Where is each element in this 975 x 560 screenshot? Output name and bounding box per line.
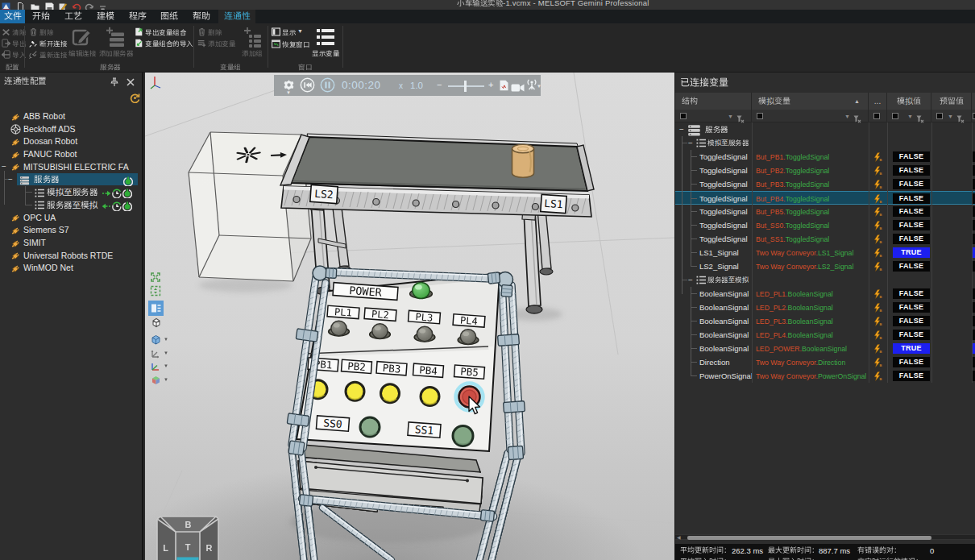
filter-cell[interactable]: ▼ xyxy=(752,110,869,122)
nav-cube-back-face[interactable]: B xyxy=(185,520,192,529)
sidebar-item-doosan-robot[interactable]: Doosan Robot xyxy=(0,135,143,147)
dropdown-caret-icon[interactable]: ▼ xyxy=(164,337,168,342)
cylinder-workpiece[interactable] xyxy=(512,144,534,177)
tab-1[interactable] xyxy=(27,10,56,23)
variable-row[interactable]: ToggledSignalBut_PB2.ToggledSignalBFALSE xyxy=(675,164,975,177)
sim-value-pill[interactable]: FALSE xyxy=(893,330,930,340)
tab-4[interactable] xyxy=(123,10,152,23)
sim-value-pill[interactable]: TRUE xyxy=(893,247,930,258)
refresh-connections-button[interactable] xyxy=(130,92,140,102)
sidebar-item-mitsubishi-electric-fa[interactable]: −MITSUBISHI ELECTRIC FA xyxy=(0,160,143,173)
tab-2[interactable] xyxy=(59,10,88,23)
sidebar-item-服务器[interactable]: − xyxy=(0,173,143,186)
close-panel-button[interactable] xyxy=(126,76,135,85)
variable-row[interactable]: PowerOnSignalTwo Way Conveyor.PowerOnSig… xyxy=(675,369,975,383)
variable-row[interactable]: LS2_SignalTwo Way Conveyor.LS2_SignalBFA… xyxy=(675,259,975,273)
3d-viewport[interactable]: LS2 LS1 POWER PL1 PL2 PL3 PL4 PB1 PB2 PB… xyxy=(145,73,674,560)
filter-clear-button[interactable] xyxy=(736,112,745,120)
axes-colored-button[interactable] xyxy=(150,360,162,372)
variable-row[interactable]: −至拟 xyxy=(675,273,975,287)
filter-mode-icon[interactable] xyxy=(873,113,880,119)
playback-record-video-button[interactable] xyxy=(511,81,525,91)
sim-value-pill[interactable]: TRUE xyxy=(893,343,930,354)
column-header-sim-variable[interactable]: 拟▲ xyxy=(752,93,869,110)
sidebar-item-universal-robots-rtde[interactable]: Universal Robots RTDE xyxy=(0,249,143,262)
nav-cube-top-face[interactable]: T xyxy=(185,542,191,552)
pin-panel-button[interactable] xyxy=(110,76,119,85)
tree-collapse-icon[interactable]: − xyxy=(688,136,695,150)
save-as-icon[interactable] xyxy=(59,0,68,9)
filter-cell[interactable]: ▼ xyxy=(931,110,972,122)
ribbon-import-variable-group-button[interactable] xyxy=(135,38,191,49)
column-header-structure[interactable] xyxy=(675,93,752,110)
tab-3[interactable] xyxy=(91,10,120,23)
app-logo-icon[interactable] xyxy=(2,0,10,9)
zoom-extents-button[interactable] xyxy=(150,272,162,284)
filter-cell[interactable]: ▼ xyxy=(887,110,931,122)
filter-caret-icon[interactable]: ▼ xyxy=(844,114,850,119)
pb3-button-yellow[interactable] xyxy=(381,384,400,403)
playback-settings-button[interactable] xyxy=(283,79,295,91)
variable-row[interactable]: ToggledSignalBut_PB3.ToggledSignalBFALSE xyxy=(675,177,975,191)
sim-value-pill[interactable]: FALSE xyxy=(893,357,930,367)
variable-row[interactable]: LS1_SignalTwo Way Conveyor.LS1_SignalBTR… xyxy=(675,246,975,259)
variable-row[interactable]: BooleanSignalLED_PL4.BooleanSignalBFALSE xyxy=(675,328,975,342)
variable-row[interactable]: ToggledSignalBut_SS0.ToggledSignalBFALSE xyxy=(675,218,975,232)
tab-6[interactable] xyxy=(187,10,216,23)
sidebar-item-服务器至模拟[interactable]: 至拟 xyxy=(0,198,143,211)
zoom-fit-button[interactable] xyxy=(150,285,162,297)
sim-value-pill[interactable]: FALSE xyxy=(893,371,930,381)
sim-value-pill[interactable]: FALSE xyxy=(893,206,930,217)
tab-0[interactable] xyxy=(0,10,25,23)
sim-value-pill[interactable]: FALSE xyxy=(893,316,930,326)
shaded-cube-button[interactable] xyxy=(150,334,162,346)
scroll-left-arrow-icon[interactable]: ◀ xyxy=(677,535,681,540)
filter-clear-button[interactable] xyxy=(956,112,965,120)
sim-value-pill[interactable]: FALSE xyxy=(893,288,930,299)
customize-dropdown-icon[interactable] xyxy=(98,0,107,9)
filter-mode-icon[interactable] xyxy=(892,113,898,119)
playback-rewind-button[interactable] xyxy=(300,77,315,93)
variable-row[interactable]: DirectionTwo Way Conveyor.DirectionBFALS… xyxy=(675,355,975,369)
axes-gray-button[interactable] xyxy=(150,347,162,359)
sim-value-pill[interactable]: FALSE xyxy=(893,179,930,189)
nav-cube-right-face[interactable]: R xyxy=(206,543,213,553)
undo-icon[interactable] xyxy=(73,0,81,9)
sim-value-pill[interactable]: FALSE xyxy=(893,234,930,244)
variable-row[interactable]: BooleanSignalLED_PL2.BooleanSignalBFALSE xyxy=(675,301,975,314)
sim-value-pill[interactable]: FALSE xyxy=(893,165,930,176)
ribbon-add-group-button[interactable] xyxy=(238,26,267,61)
variables-hscrollbar[interactable]: ◀ xyxy=(675,534,975,540)
filter-cell[interactable]: ▼ xyxy=(675,110,752,122)
sidebar-item-beckhoff-ads[interactable]: Beckhoff ADS xyxy=(0,122,143,135)
sim-value-pill[interactable]: FALSE xyxy=(893,220,930,230)
ribbon-display-button[interactable]: ▼ xyxy=(272,27,301,38)
save-icon[interactable] xyxy=(45,0,54,9)
playback-speed-minus-button[interactable]: − xyxy=(437,80,442,89)
sidebar-item-fanuc-robot[interactable]: FANUC Robot xyxy=(0,147,143,160)
variable-row[interactable]: BooleanSignalLED_PL3.BooleanSignalBFALSE xyxy=(675,314,975,328)
column-header-connection[interactable]: ... xyxy=(869,93,887,110)
sidebar-item-abb-robot[interactable]: ABB Robot xyxy=(0,110,143,122)
variable-row[interactable]: ToggledSignalBut_PB5.ToggledSignalBFALSE xyxy=(675,205,975,218)
dropdown-caret-icon[interactable]: ▼ xyxy=(164,363,168,368)
pb2-button-yellow[interactable] xyxy=(346,382,364,400)
filter-mode-icon[interactable] xyxy=(936,113,943,119)
filter-clear-button[interactable] xyxy=(853,112,861,120)
filter-caret-icon[interactable]: ▼ xyxy=(907,114,913,119)
pb4-button-yellow[interactable] xyxy=(421,388,439,406)
dropdown-caret-icon[interactable]: ▼ xyxy=(164,377,168,382)
sim-value-pill[interactable]: FALSE xyxy=(893,193,930,204)
variable-row[interactable]: BooleanSignalLED_PL1.BooleanSignalBFALSE xyxy=(675,287,975,301)
ribbon-export-variable-group-button[interactable] xyxy=(135,27,191,38)
sidebar-item-simit[interactable]: SIMIT xyxy=(0,236,143,249)
ss1-selector-button[interactable] xyxy=(453,426,473,446)
column-header-reserved-value[interactable] xyxy=(931,93,972,110)
playback-broadcast-button[interactable] xyxy=(526,79,537,90)
open-file-icon[interactable] xyxy=(31,0,39,9)
sidebar-item-模拟至服务器[interactable]: 拟至 xyxy=(0,185,143,198)
column-header-sim-value[interactable]: 拟 xyxy=(887,93,931,110)
tab-5[interactable] xyxy=(155,10,184,23)
variable-row[interactable]: ToggledSignalBut_PB4.ToggledSignalBFALSE xyxy=(675,191,975,205)
new-document-icon[interactable] xyxy=(16,0,25,9)
